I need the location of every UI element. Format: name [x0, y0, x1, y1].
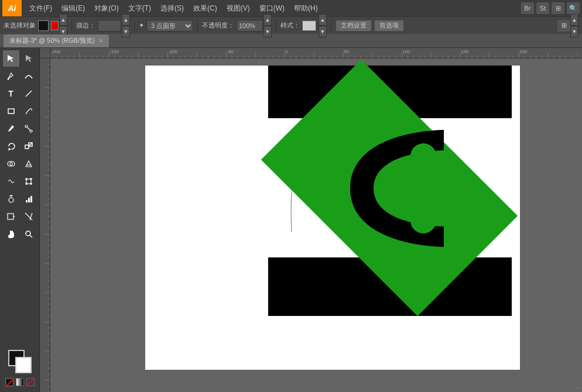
eyedropper-tool[interactable]	[3, 121, 19, 137]
slice-tool[interactable]	[20, 208, 37, 225]
fill-swatch[interactable]	[38, 20, 49, 31]
style-up[interactable]: ▲	[319, 14, 327, 26]
menu-type[interactable]: 文字(T)	[124, 2, 155, 15]
style-label: 样式：	[280, 21, 300, 30]
document-tab[interactable]: 未标题-3* @ 50% (RGB/预览) ✕	[4, 35, 109, 47]
blend-tool[interactable]	[20, 121, 37, 137]
zoom-tool[interactable]	[20, 226, 37, 242]
svg-point-12	[30, 178, 31, 180]
direct-select-tool[interactable]	[20, 50, 37, 67]
select-tool[interactable]	[3, 50, 19, 67]
menu-view[interactable]: 视图(V)	[222, 2, 254, 15]
shapebuilder-tool[interactable]	[3, 156, 19, 172]
svg-line-23	[30, 235, 32, 238]
stroke-label: 描边：	[76, 21, 95, 30]
tool-row-5	[3, 121, 37, 137]
rotate-tool[interactable]	[3, 138, 19, 154]
scroll-info: ...	[575, 383, 580, 390]
stroke-size-down[interactable]: ▼	[122, 26, 130, 37]
menu-right-icons: Br St ⊞ 🔍	[521, 2, 580, 14]
svg-text:-150: -150	[109, 49, 119, 54]
opacity-up[interactable]: ▲	[263, 14, 272, 26]
gradient-icon[interactable]	[16, 378, 24, 386]
bridge-icon[interactable]: Br	[521, 2, 534, 14]
svg-text:150: 150	[461, 49, 469, 54]
toolbar: 未选择对象 ▲ ▼ 描边： ▲ ▼ ✦ 3 点圆形 不透明度： ▲ ▼ 样式： …	[0, 16, 582, 34]
opacity-down[interactable]: ▼	[263, 26, 272, 37]
svg-text:-50: -50	[227, 49, 234, 54]
pen-tool[interactable]	[3, 68, 19, 84]
menu-select[interactable]: 选择(S)	[156, 2, 188, 15]
svg-text:-200: -200	[51, 49, 61, 54]
type-tool[interactable]: T	[3, 85, 19, 102]
stroke-up[interactable]: ▲	[59, 14, 67, 26]
brush-select[interactable]: 3 点圆形	[146, 20, 193, 32]
symbolsprayer-tool[interactable]	[3, 191, 19, 207]
svg-rect-16	[26, 200, 28, 202]
svg-point-192	[410, 208, 436, 233]
doc-settings-button[interactable]: 文档设置	[335, 20, 372, 32]
freetransform-tool[interactable]	[20, 173, 37, 190]
line-tool[interactable]	[20, 85, 37, 102]
stroke-size-up[interactable]: ▲	[122, 14, 130, 26]
menu-bar: Ai 文件(F) 编辑(E) 对象(O) 文字(T) 选择(S) 效果(C) 视…	[0, 0, 582, 16]
pencil-tool[interactable]	[20, 103, 37, 119]
svg-rect-5	[25, 145, 29, 149]
tool-row-6	[3, 138, 37, 154]
swatch-area	[8, 350, 32, 373]
scale-tool[interactable]	[20, 138, 37, 154]
stroke-input[interactable]	[98, 20, 121, 32]
menu-file[interactable]: 文件(F)	[25, 2, 56, 15]
hand-tool[interactable]	[3, 226, 19, 242]
menu-window[interactable]: 窗口(W)	[255, 2, 289, 15]
svg-line-7	[29, 143, 32, 146]
background-swatch[interactable]	[15, 357, 32, 373]
svg-point-22	[26, 231, 30, 236]
tab-label: 未标题-3* @ 50% (RGB/预览)	[9, 36, 95, 45]
none-icon[interactable]	[26, 378, 35, 386]
tool-panel: T	[0, 48, 40, 392]
rect-tool[interactable]	[3, 103, 19, 119]
arrange-icon[interactable]: ⊞	[557, 20, 570, 32]
menu-edit[interactable]: 编辑(E)	[57, 2, 89, 15]
workspace-icon[interactable]: ⊞	[552, 2, 564, 14]
style-down[interactable]: ▼	[319, 26, 327, 37]
svg-rect-18	[30, 196, 32, 202]
tool-row-10	[3, 208, 37, 225]
opacity-input[interactable]	[237, 20, 263, 32]
logo-c-svg	[303, 112, 479, 264]
search-icon[interactable]: 🔍	[567, 2, 580, 14]
svg-point-13	[25, 183, 26, 184]
menu-effect[interactable]: 效果(C)	[189, 2, 221, 15]
svg-text:200: 200	[519, 49, 528, 54]
arrange-up[interactable]: ▲	[570, 14, 578, 26]
canvas-area[interactable]: -200-150-100-50050100150200250	[40, 48, 582, 392]
none-fill-icon[interactable]	[5, 378, 13, 386]
warp-tool[interactable]	[3, 173, 19, 190]
points-label: ✦	[139, 22, 144, 29]
svg-point-191	[410, 143, 436, 169]
svg-rect-129	[40, 59, 50, 392]
preferences-button[interactable]: 首选项	[374, 20, 404, 32]
style-swatch[interactable]	[302, 20, 316, 31]
svg-line-1	[26, 91, 32, 97]
graph-tool[interactable]	[20, 191, 37, 207]
svg-line-26	[27, 379, 33, 385]
svg-rect-2	[8, 109, 14, 114]
curvature-tool[interactable]	[20, 68, 37, 84]
svg-point-0	[7, 78, 9, 80]
arrange-down[interactable]: ▼	[570, 26, 578, 37]
stock-icon[interactable]: St	[536, 2, 549, 14]
livepaint-tool[interactable]	[20, 156, 37, 172]
menu-object[interactable]: 对象(O)	[90, 2, 122, 15]
tab-close-icon[interactable]: ✕	[98, 37, 103, 44]
vertical-ruler	[40, 59, 50, 392]
app-logo: Ai	[2, 0, 22, 16]
stroke-color[interactable]	[51, 21, 59, 30]
opacity-label: 不透明度：	[202, 21, 234, 30]
main-area: T	[0, 48, 582, 392]
menu-help[interactable]: 帮助(H)	[290, 2, 322, 15]
tool-row-8	[3, 173, 37, 190]
artboard-tool[interactable]	[3, 208, 19, 225]
svg-text:-100: -100	[168, 49, 178, 54]
